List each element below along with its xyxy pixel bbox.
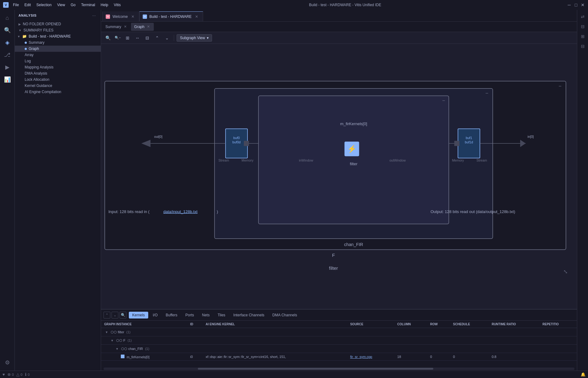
expand-icon[interactable]: ▼ bbox=[115, 346, 120, 351]
cell-ratio bbox=[488, 345, 539, 353]
panel-tab-dma-channels[interactable]: DMA Channels bbox=[269, 312, 300, 318]
status-left: ♥ ⊗ 0 △ 0 ℹ 0 bbox=[2, 372, 30, 377]
menu-help[interactable]: Help bbox=[98, 2, 111, 8]
zoom-in-button[interactable]: 🔍 bbox=[104, 34, 112, 42]
close-button[interactable]: ✕ bbox=[581, 3, 585, 7]
subtab-graph[interactable]: Graph ✕ bbox=[131, 23, 153, 31]
subtab-close-button[interactable]: ✕ bbox=[123, 25, 127, 29]
sidebar-item-kernel-guidance[interactable]: Kernel Guidance bbox=[15, 83, 101, 89]
sidebar-item-lock[interactable]: Lock Allocation bbox=[15, 76, 101, 83]
source-link[interactable]: fir_sr_sym.cpp bbox=[350, 355, 372, 359]
hardware-tab-icon: H bbox=[143, 14, 147, 19]
minimize-button[interactable]: ─ bbox=[567, 3, 571, 7]
panel-tab-nets[interactable]: Nets bbox=[199, 312, 213, 318]
bell-icon: 🔔 bbox=[581, 372, 586, 377]
panel-nav-down-button[interactable]: ⌄ bbox=[112, 312, 118, 318]
tab-close-button[interactable]: ✕ bbox=[194, 14, 199, 19]
sidebar-tree: ▶ NO FOLDER OPENED ▼ SUMMARY FILES ▼ 📁 B… bbox=[15, 21, 101, 371]
cell-col bbox=[394, 345, 427, 353]
menu-selection[interactable]: Selection bbox=[34, 2, 54, 8]
right-collapse-icon[interactable]: ⊟ bbox=[578, 42, 587, 51]
menu-terminal[interactable]: Terminal bbox=[79, 2, 97, 8]
panel-tab-ports[interactable]: Ports bbox=[182, 312, 198, 318]
subtab-close-button[interactable]: ✕ bbox=[146, 25, 151, 29]
grid-button[interactable]: ⊟ bbox=[143, 34, 152, 42]
input-file-link[interactable]: data/input_128b.txt bbox=[163, 209, 198, 214]
scrollbar-thumb[interactable] bbox=[198, 368, 433, 370]
menu-file[interactable]: File bbox=[10, 2, 21, 8]
table-body: ▼ ⬡⬡ filter (1) bbox=[101, 328, 577, 361]
subgraph-view-dropdown[interactable]: Subgraph View ▾ bbox=[177, 34, 212, 42]
panel-tab-tiles[interactable]: Tiles bbox=[214, 312, 229, 318]
sidebar-no-folder[interactable]: ▶ NO FOLDER OPENED bbox=[15, 21, 101, 27]
sidebar-item-summary[interactable]: Summary bbox=[15, 39, 101, 46]
sidebar-item-label: Graph bbox=[29, 47, 39, 51]
expand-icon[interactable]: ▼ bbox=[110, 338, 115, 343]
tab-close-button[interactable]: ✕ bbox=[130, 14, 135, 19]
sidebar-summary-files[interactable]: ▼ SUMMARY FILES bbox=[15, 27, 101, 33]
col-runtime-ratio: RUNTIME RATIO bbox=[488, 321, 539, 328]
down-button[interactable]: ⌄ bbox=[163, 34, 171, 42]
activity-analysis-icon[interactable]: ◈ bbox=[2, 37, 13, 48]
panel-search-button[interactable]: 🔍 bbox=[120, 312, 126, 318]
memory-in-label: Memory bbox=[242, 158, 254, 162]
sidebar-item-dma[interactable]: DMA Analysis bbox=[15, 70, 101, 76]
tab-welcome[interactable]: W Welcome ✕ bbox=[102, 11, 139, 21]
panel-nav-up-button[interactable]: ⌃ bbox=[104, 312, 110, 318]
status-bar: ♥ ⊗ 0 △ 0 ℹ 0 🔔 bbox=[0, 371, 588, 378]
app-logo: V bbox=[3, 2, 9, 8]
kernel-name-bottom: filter bbox=[350, 162, 357, 166]
menu-edit[interactable]: Edit bbox=[22, 2, 33, 8]
kernel-icon bbox=[121, 355, 125, 358]
dot-icon bbox=[25, 48, 27, 50]
inner-box-minus: − bbox=[485, 90, 488, 96]
fit-button[interactable]: ⊞ bbox=[123, 34, 132, 42]
sidebar-item-label: Kernel Guidance bbox=[25, 84, 52, 88]
cell-graph-instance: m_firKernels[0] bbox=[101, 353, 187, 361]
activity-debug-icon[interactable]: ▶ bbox=[2, 62, 13, 73]
panel-tab-io[interactable]: I/O bbox=[149, 312, 161, 318]
kernels-table-container: GRAPH INSTANCE ID AI ENGINE KERNEL SOURC… bbox=[101, 321, 577, 367]
row-count: (1) bbox=[145, 347, 149, 351]
sidebar-item-array[interactable]: Array bbox=[15, 52, 101, 58]
subtab-summary[interactable]: Summary ✕ bbox=[102, 23, 130, 31]
menu-vitis[interactable]: Vitis bbox=[111, 2, 123, 8]
horizontal-scrollbar[interactable] bbox=[104, 368, 574, 370]
kernel-name-top: m_firKernels[0] bbox=[340, 121, 367, 126]
panel-tab-interface-channels[interactable]: Interface Channels bbox=[230, 312, 268, 318]
dot-icon bbox=[25, 42, 27, 44]
cell-graph-instance: ▼ ⬡⬡ F (1) bbox=[101, 336, 187, 345]
zoom-out-button[interactable]: 🔍− bbox=[113, 34, 122, 42]
graph-svg-area[interactable]: − F − chan_FIR − ⚡ bbox=[101, 44, 577, 309]
activity-search-icon[interactable]: 🔍 bbox=[2, 25, 13, 36]
output-text: Output: 128 bits read out (data/output_1… bbox=[431, 209, 515, 214]
tab-build-hardware[interactable]: H Build - test - HARDWARE ✕ bbox=[139, 11, 203, 21]
settings-icon[interactable]: ⚙ bbox=[2, 357, 13, 368]
sidebar-more-button[interactable]: ··· bbox=[91, 12, 97, 18]
sidebar-item-ai-engine[interactable]: AI Engine Compilation bbox=[15, 89, 101, 95]
maximize-button[interactable]: □ bbox=[574, 3, 578, 7]
expand-icon[interactable]: ▼ bbox=[104, 330, 109, 335]
menu-go[interactable]: Go bbox=[68, 2, 78, 8]
panel-tab-kernels[interactable]: Kernels bbox=[129, 312, 148, 318]
panel-tab-buffers[interactable]: Buffers bbox=[162, 312, 181, 318]
sidebar-root-item[interactable]: ▼ 📁 Build - test - HARDWARE bbox=[15, 33, 101, 39]
activity-git-icon[interactable]: ⎇ bbox=[2, 49, 13, 60]
activity-chart-icon[interactable]: 📊 bbox=[2, 74, 13, 85]
col-ai-engine-kernel: AI ENGINE KERNEL bbox=[202, 321, 347, 328]
table-row: ▼ ⬡⬡ F (1) bbox=[101, 336, 577, 345]
right-layout-icon[interactable]: ⊞ bbox=[578, 32, 587, 41]
right-panel-icon[interactable]: ⇄ bbox=[578, 12, 587, 21]
sidebar-item-graph[interactable]: Graph bbox=[15, 46, 101, 52]
activity-home-icon[interactable]: ⌂ bbox=[2, 12, 13, 23]
sidebar-item-log[interactable]: Log bbox=[15, 58, 101, 64]
window-controls: ─ □ ✕ bbox=[567, 3, 585, 7]
sidebar-item-mapping[interactable]: Mapping Analysis bbox=[15, 64, 101, 70]
right-split-icon[interactable]: ⊟ bbox=[578, 22, 587, 31]
up-button[interactable]: ⌃ bbox=[153, 34, 161, 42]
table-row: m_firKernels[0] i0 xf::dsp::aie::fir::sr… bbox=[101, 353, 577, 361]
editor-tabs: W Welcome ✕ H Build - test - HARDWARE ✕ bbox=[101, 10, 577, 22]
expand-button[interactable]: ↔ bbox=[133, 34, 142, 42]
bottom-tabs-bar: ⌃ ⌄ 🔍 Kernels I/O Buffers Ports Nets Til… bbox=[101, 310, 577, 321]
menu-view[interactable]: View bbox=[55, 2, 67, 8]
